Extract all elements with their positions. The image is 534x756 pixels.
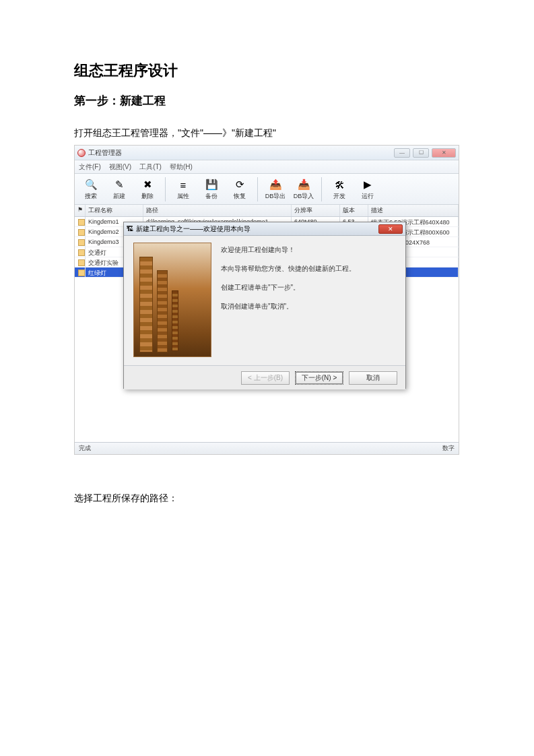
- step-title: 第一步：新建工程: [74, 93, 460, 108]
- wizard-titlebar: 🏗 新建工程向导之一——欢迎使用本向导 ✕: [124, 222, 405, 236]
- statusbar: 完成 数字: [75, 442, 459, 454]
- toolbar-搜索[interactable]: 🔍搜索: [79, 176, 103, 202]
- toolbar-DB导出[interactable]: 📤DB导出: [263, 176, 288, 202]
- doc-title: 组态王程序设计: [74, 61, 460, 81]
- col-desc[interactable]: 描述: [368, 205, 459, 216]
- new-project-wizard-dialog: 🏗 新建工程向导之一——欢迎使用本向导 ✕ 欢迎使用工程创建向导！ 本向导将帮助…: [123, 222, 406, 389]
- toolbar-icon: ✎: [112, 177, 127, 192]
- folder-icon: [78, 229, 85, 236]
- toolbar-label: 搜索: [85, 192, 97, 201]
- toolbar-icon: 🛠: [332, 177, 347, 192]
- wizard-next-button[interactable]: 下一步(N) >: [295, 371, 343, 385]
- wizard-title: 新建工程向导之一——欢迎使用本向导: [136, 224, 251, 234]
- folder-icon: [78, 239, 85, 246]
- titlebar: 工程管理器 — ☐ ✕: [75, 146, 459, 160]
- toolbar-删除[interactable]: ✖删除: [135, 176, 160, 202]
- toolbar-icon: 📥: [296, 177, 311, 192]
- window-title: 工程管理器: [88, 148, 122, 158]
- wizard-line-4: 取消创建请单击"取消"。: [221, 301, 396, 313]
- toolbar-icon: 🔍: [84, 177, 98, 192]
- col-name[interactable]: 工程名称: [86, 205, 143, 216]
- menubar: 文件(F) 视图(V) 工具(T) 帮助(H): [75, 160, 459, 174]
- toolbar-恢复[interactable]: ⟳恢复: [228, 176, 252, 202]
- toolbar-属性[interactable]: ≡属性: [171, 176, 195, 202]
- col-path[interactable]: 路径: [143, 205, 292, 216]
- toolbar-label: 删除: [141, 192, 154, 201]
- folder-icon: [78, 219, 85, 226]
- status-left: 完成: [79, 444, 91, 453]
- close-button[interactable]: ✕: [432, 148, 456, 158]
- toolbar-icon: ⟳: [232, 177, 247, 192]
- wizard-icon: 🏗: [127, 225, 133, 232]
- toolbar-label: 备份: [205, 192, 218, 201]
- toolbar-label: 属性: [177, 192, 189, 201]
- screenshot-project-manager: 工程管理器 — ☐ ✕ 文件(F) 视图(V) 工具(T) 帮助(H) 🔍搜索✎…: [74, 145, 459, 455]
- toolbar-DB导入[interactable]: 📥DB导入: [292, 176, 316, 202]
- toolbar-label: 开发: [333, 192, 345, 201]
- toolbar-icon: 📤: [268, 177, 283, 192]
- toolbar: 🔍搜索✎新建✖删除≡属性💾备份⟳恢复📤DB导出📥DB导入🛠开发▶运行: [75, 174, 459, 205]
- toolbar-icon: ▶: [360, 177, 375, 192]
- folder-icon: [78, 249, 85, 256]
- wizard-line-2: 本向导将帮助您方便、快捷的创建新的工程。: [221, 263, 396, 275]
- toolbar-备份[interactable]: 💾备份: [199, 176, 224, 202]
- toolbar-运行[interactable]: ▶运行: [356, 176, 380, 202]
- wizard-text: 欢迎使用工程创建向导！ 本向导将帮助您方便、快捷的创建新的工程。 创建工程请单击…: [221, 243, 396, 358]
- wizard-sidebar-image: [133, 243, 211, 357]
- after-text: 选择工程所保存的路径：: [74, 493, 460, 505]
- menu-tools[interactable]: 工具(T): [139, 162, 162, 172]
- folder-icon: [78, 270, 85, 276]
- toolbar-label: DB导入: [294, 192, 314, 201]
- wizard-button-row: < 上一步(B) 下一步(N) > 取消: [124, 365, 405, 389]
- menu-file[interactable]: 文件(F): [79, 162, 101, 172]
- toolbar-label: 运行: [362, 192, 374, 201]
- folder-icon: [78, 259, 85, 266]
- col-res[interactable]: 分辨率: [292, 205, 340, 216]
- status-right: 数字: [442, 444, 455, 453]
- maximize-button[interactable]: ☐: [413, 148, 429, 158]
- table-header: ⚑ 工程名称 路径 分辨率 版本 描述: [75, 205, 459, 217]
- toolbar-label: 恢复: [234, 192, 246, 201]
- menu-help[interactable]: 帮助(H): [170, 162, 193, 172]
- toolbar-开发[interactable]: 🛠开发: [327, 176, 352, 202]
- minimize-button[interactable]: —: [394, 148, 410, 158]
- toolbar-label: 新建: [113, 192, 125, 201]
- col-icon[interactable]: ⚑: [75, 205, 86, 216]
- wizard-close-button[interactable]: ✕: [378, 224, 403, 234]
- toolbar-icon: 💾: [204, 177, 219, 192]
- wizard-line-1: 欢迎使用工程创建向导！: [221, 244, 396, 256]
- col-ver[interactable]: 版本: [340, 205, 368, 216]
- toolbar-label: DB导出: [265, 192, 286, 201]
- menu-view[interactable]: 视图(V): [109, 162, 131, 172]
- wizard-line-3: 创建工程请单击"下一步"。: [221, 282, 396, 294]
- app-icon: [77, 149, 86, 157]
- wizard-cancel-button[interactable]: 取消: [349, 371, 397, 385]
- toolbar-icon: ≡: [176, 177, 191, 192]
- toolbar-icon: ✖: [140, 177, 155, 192]
- intro-text: 打开组态王工程管理器，"文件"——》"新建工程": [74, 127, 460, 139]
- wizard-prev-button: < 上一步(B): [241, 371, 290, 385]
- toolbar-新建[interactable]: ✎新建: [107, 176, 131, 202]
